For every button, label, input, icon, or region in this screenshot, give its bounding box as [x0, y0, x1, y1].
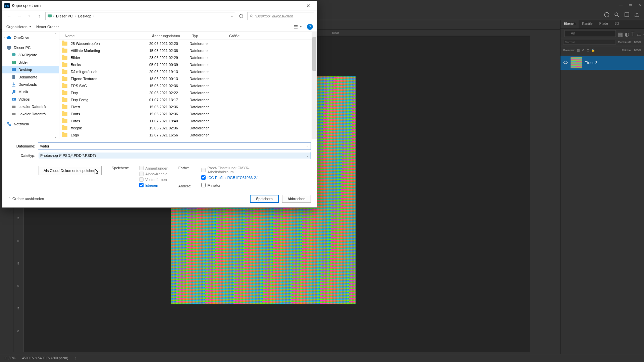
breadcrumb-item[interactable]: Desktop [76, 14, 93, 18]
organize-button[interactable]: Organisieren ▼ [6, 25, 32, 29]
filter-adjust-icon[interactable]: ◐ [625, 31, 629, 36]
layer-name[interactable]: Ebene 2 [585, 61, 597, 65]
folder-search-input[interactable]: "Desktop" durchsuchen [247, 12, 314, 20]
help-button[interactable]: ? [307, 24, 313, 30]
file-row[interactable]: DJ mit geräusch20.06.2021 19:13Dateiordn… [59, 68, 317, 75]
chevron-down-icon[interactable]: ⌄ [54, 135, 57, 138]
hide-folders-button[interactable]: ⌃ Ordner ausblenden [8, 197, 44, 201]
new-folder-button[interactable]: Neuer Ordner [36, 25, 59, 29]
share-icon[interactable] [634, 12, 640, 18]
nav-back-button[interactable]: ← [5, 12, 13, 20]
nav-forward-button[interactable]: → [15, 12, 23, 20]
status-arrow-icon[interactable]: 〉 [75, 356, 78, 361]
checkbox-icc[interactable]: ICC-Profil: sRGB IEC61966-2.1 [201, 175, 262, 180]
filename-input-wrapper: ⌄ [38, 142, 311, 150]
visibility-icon[interactable] [563, 60, 568, 65]
scrollbar-thumb[interactable] [312, 37, 316, 71]
filter-shape-icon[interactable]: ▭ [637, 31, 641, 36]
file-row[interactable]: Etsy20.06.2021 02:22Dateiordner [59, 89, 317, 96]
tab-channels[interactable]: Kanäle [579, 20, 596, 28]
file-row[interactable]: Fotos11.07.2021 19:40Dateiordner [59, 117, 317, 124]
sidebar-item-desktop[interactable]: Desktop [2, 66, 59, 73]
filetype-dropdown[interactable]: Photoshop (*.PSD;*.PDD;*.PSDT) ⌄ [38, 152, 311, 159]
lock-pixels-icon[interactable]: ▦ [577, 49, 580, 52]
save-button[interactable]: Speichern [250, 195, 279, 203]
tab-3d[interactable]: 3D [611, 20, 623, 28]
filter-type-icon[interactable]: T [631, 31, 635, 36]
sidebar-item-lokaler-datenträ[interactable]: Lokaler Datenträ [2, 110, 59, 118]
sidebar-item-lokaler-datenträ[interactable]: Lokaler Datenträ [2, 103, 59, 110]
chevron-right-icon[interactable]: › [93, 14, 94, 18]
cancel-button[interactable]: Abbrechen [282, 195, 311, 203]
file-row[interactable]: Etsy Fertig01.07.2021 13:17Dateiordner [59, 96, 317, 103]
dialog-toolbar: Organisieren ▼ Neuer Ordner ▼ ? [2, 22, 317, 32]
save-cloud-button[interactable]: Als Cloud-Dokumente speichern [39, 166, 102, 175]
lock-position-icon[interactable]: ✥ [582, 49, 585, 52]
minimize-icon[interactable]: — [619, 2, 623, 7]
file-row[interactable]: Fonts15.05.2021 02:36Dateiordner [59, 110, 317, 117]
file-type: Dateiordner [190, 70, 226, 74]
layer-thumbnail[interactable] [571, 57, 582, 68]
column-date[interactable]: Änderungsdatum [149, 34, 190, 38]
file-row[interactable]: Eigene Texturen18.06.2021 00:13Dateiordn… [59, 75, 317, 82]
tab-layers[interactable]: Ebenen [560, 20, 579, 28]
blend-mode-dropdown[interactable]: Normal [563, 40, 616, 45]
sidebar-label: Videos [18, 97, 30, 101]
tree-chevron-icon[interactable]: › [4, 122, 5, 126]
file-row[interactable]: Logo12.07.2021 16:56Dateiordner [59, 131, 317, 138]
dropdown-icon[interactable]: ⌄ [306, 145, 309, 148]
search-icon[interactable] [614, 12, 620, 18]
lock-artboard-icon[interactable]: ⊡ [587, 49, 589, 52]
sidebar-item-videos[interactable]: Videos [2, 96, 59, 103]
layer-filter-input[interactable] [565, 30, 616, 37]
file-row[interactable]: 25 Wassertropfen20.06.2021 02:20Dateiord… [59, 40, 317, 47]
filename-fields: Dateiname: ⌄ Dateityp: Photoshop (*.PSD;… [2, 139, 317, 165]
home-icon[interactable] [604, 12, 610, 18]
close-dialog-button[interactable]: ✕ [302, 3, 315, 8]
column-type[interactable]: Typ [190, 34, 226, 38]
tab-paths[interactable]: Pfade [596, 20, 611, 28]
dialog-footer: ⌃ Ordner ausblenden Speichern Abbrechen [2, 192, 317, 207]
close-app-icon[interactable]: ✕ [637, 2, 642, 7]
tree-chevron-icon[interactable]: ⌄ [4, 46, 6, 49]
checkbox-layers[interactable]: Ebenen [139, 183, 168, 187]
tree-chevron-icon[interactable]: › [4, 36, 5, 39]
sidebar-item-dieser-pc[interactable]: ⌄Dieser PC [2, 44, 59, 51]
chevron-right-icon[interactable]: › [53, 14, 54, 18]
file-row[interactable]: Affiliate Marketing15.05.2021 02:36Datei… [59, 47, 317, 54]
sidebar-item-bilder[interactable]: Bilder [2, 59, 59, 66]
column-name[interactable]: Name ⌃ [62, 34, 149, 38]
file-row[interactable]: Books05.07.2021 00:39Dateiordner [59, 61, 317, 68]
file-row[interactable]: Bilder23.06.2021 02:29Dateiordner [59, 54, 317, 61]
sidebar-item-musik[interactable]: Musik [2, 88, 59, 96]
sidebar-item-netzwerk[interactable]: ›Netzwerk [2, 120, 59, 128]
view-mode-button[interactable]: ▼ [293, 24, 302, 29]
file-row[interactable]: EPS SVG15.05.2021 02:36Dateiordner [59, 82, 317, 89]
address-dropdown-icon[interactable]: ⌄ [231, 14, 233, 18]
file-row[interactable]: Fiverr15.05.2021 02:36Dateiordner [59, 103, 317, 110]
filename-input[interactable] [40, 144, 309, 148]
lock-all-icon[interactable]: 🔒 [591, 49, 595, 52]
breadcrumb-item[interactable]: Dieser PC [55, 14, 74, 18]
file-row[interactable]: freepik15.05.2021 02:36Dateiordner [59, 124, 317, 131]
nav-up-button[interactable]: ↑ [35, 12, 43, 20]
layer-row[interactable]: Ebene 2 [560, 56, 644, 70]
sidebar-item-dokumente[interactable]: Dokumente [2, 73, 59, 81]
checkbox-thumbnail[interactable]: Miniatur [201, 183, 262, 187]
refresh-button[interactable] [237, 12, 245, 20]
filter-image-icon[interactable]: ▦ [618, 31, 623, 36]
sidebar-item-downloads[interactable]: Downloads [2, 81, 59, 88]
workspace-icon[interactable] [624, 12, 630, 18]
svg-rect-13 [12, 68, 16, 71]
sidebar-item-onedrive[interactable]: ›OneDrive [2, 34, 59, 41]
scrollbar-vertical[interactable] [312, 32, 317, 139]
nav-recent-icon[interactable]: ▼ [25, 12, 33, 20]
sidebar-item-3d-objekte[interactable]: 3D-Objekte [2, 51, 59, 59]
opacity-value[interactable]: 100% [634, 41, 641, 44]
fill-value[interactable]: 100% [634, 49, 641, 52]
zoom-value[interactable]: 11,99% [4, 356, 15, 360]
address-bar[interactable]: › Dieser PC › Desktop › ⌄ [45, 12, 235, 20]
chevron-right-icon[interactable]: › [75, 14, 76, 18]
column-size[interactable]: Größe [226, 34, 253, 38]
restore-icon[interactable]: ▭ [628, 2, 633, 7]
